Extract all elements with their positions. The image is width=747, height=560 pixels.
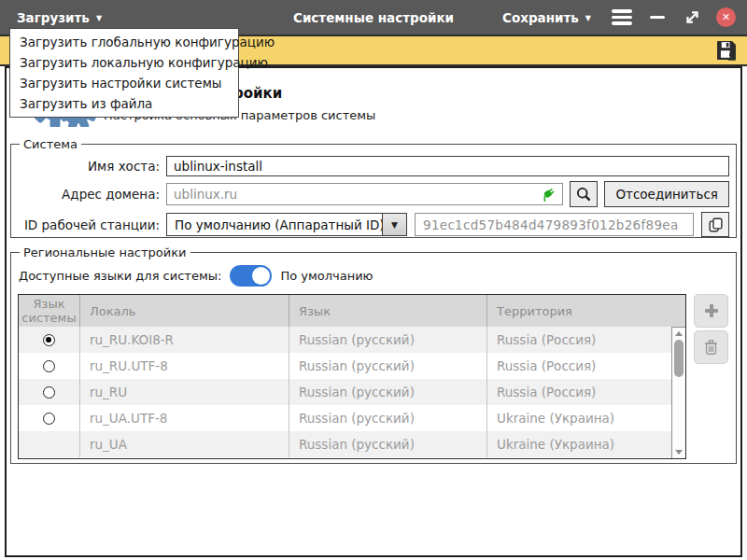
load-menu-button[interactable]: Загрузить ▼: [17, 10, 102, 25]
scroll-thumb[interactable]: [674, 340, 684, 377]
system-language-cell: [19, 327, 80, 353]
save-menu-label: Сохранить: [502, 10, 579, 25]
station-id-select[interactable]: По умолчанию (Аппаратный ID) ▼: [166, 213, 407, 236]
language-cell: Russian (русский): [289, 431, 487, 457]
system-legend: Система: [20, 137, 81, 151]
system-language-cell: [19, 431, 80, 457]
regional-fieldset: Региональные настройки Доступные языки д…: [10, 245, 737, 464]
expand-icon: [684, 8, 701, 26]
chevron-down-icon: ▼: [96, 13, 102, 22]
locale-cell: ru_RU.KOI8-R: [80, 327, 289, 353]
locale-cell: ru_UA: [80, 431, 289, 457]
station-id-input[interactable]: [415, 213, 694, 236]
maximize-button[interactable]: [682, 7, 702, 28]
column-header-territory: Территория: [487, 295, 685, 327]
menu-item[interactable]: Загрузить глобальную конфигурацию: [10, 32, 238, 52]
hostname-label: Имя хоста:: [18, 159, 160, 174]
language-cell: Russian (русский): [289, 405, 487, 431]
minimize-button[interactable]: [647, 7, 668, 28]
language-cell: Russian (русский): [289, 353, 487, 379]
close-icon: ✕: [722, 12, 730, 22]
trash-icon: [703, 339, 719, 356]
scroll-up-icon[interactable]: [675, 331, 683, 336]
locales-table: Язык системы Локаль Язык Территория ru_R…: [18, 294, 686, 459]
locales-table-body: ru_RU.KOI8-RRussian (русский)Russia (Рос…: [19, 327, 685, 457]
territory-cell: Russia (Россия): [487, 379, 685, 405]
domain-input[interactable]: [166, 183, 563, 205]
toggle-state-label: По умолчанию: [280, 269, 373, 283]
station-id-selected-option: По умолчанию (Аппаратный ID): [167, 217, 392, 232]
locales-table-header: Язык системы Локаль Язык Территория: [19, 295, 685, 327]
menu-item[interactable]: Загрузить локальную конфигурацию: [10, 52, 238, 73]
table-row[interactable]: ru_RU.UTF-8Russian (русский)Russia (Росс…: [19, 353, 685, 379]
language-cell: Russian (русский): [289, 379, 487, 405]
column-header-locale: Локаль: [80, 295, 289, 327]
domain-search-button[interactable]: [570, 181, 598, 207]
main-content: Системные настройки Настройка основных п…: [5, 66, 742, 557]
language-cell: Russian (русский): [289, 327, 487, 353]
territory-cell: Ukraine (Украина): [487, 431, 685, 457]
locale-cell: ru_RU.UTF-8: [80, 353, 289, 379]
copy-button[interactable]: [701, 212, 729, 237]
add-locale-button[interactable]: [694, 294, 728, 328]
delete-locale-button[interactable]: [694, 330, 728, 364]
table-row[interactable]: ru_RURussian (русский)Russia (Россия): [19, 379, 685, 405]
locale-cell: ru_UA.UTF-8: [80, 405, 289, 431]
menu-icon[interactable]: [611, 9, 633, 25]
table-row[interactable]: ru_UARussian (русский)Ukraine (Украина): [19, 431, 685, 457]
chevron-down-icon: ▼: [382, 214, 406, 235]
menu-item[interactable]: Загрузить из файла: [10, 93, 238, 114]
territory-cell: Ukraine (Украина): [487, 405, 685, 431]
locale-radio[interactable]: [43, 334, 55, 346]
disconnect-button[interactable]: Отсоединиться: [604, 181, 729, 207]
domain-label: Адрес домена:: [18, 187, 160, 202]
column-header-system-language: Язык системы: [19, 295, 80, 327]
languages-toggle[interactable]: [230, 265, 272, 287]
system-language-cell: [19, 405, 80, 431]
plus-icon: [703, 302, 720, 319]
save-to-file-button[interactable]: [713, 38, 740, 63]
menu-item[interactable]: Загрузить настройки системы: [10, 73, 238, 93]
floppy-save-icon: [714, 38, 739, 63]
locale-radio[interactable]: [43, 360, 55, 372]
table-row[interactable]: ru_RU.KOI8-RRussian (русский)Russia (Рос…: [19, 327, 685, 353]
scroll-down-icon[interactable]: [675, 450, 683, 455]
copy-icon: [708, 217, 724, 233]
hostname-input[interactable]: [166, 156, 729, 176]
save-menu-button[interactable]: Сохранить ▼: [497, 10, 597, 25]
languages-label: Доступные языки для системы:: [19, 269, 221, 283]
system-language-cell: [19, 379, 80, 405]
column-header-language: Язык: [289, 295, 487, 327]
table-row[interactable]: ru_UA.UTF-8Russian (русский)Ukraine (Укр…: [19, 405, 685, 431]
locale-cell: ru_RU: [80, 379, 289, 405]
locale-radio[interactable]: [43, 413, 55, 425]
chevron-down-icon: ▼: [585, 13, 591, 22]
territory-cell: Russia (Россия): [487, 353, 685, 379]
station-id-label: ID рабочей станции:: [18, 217, 160, 232]
close-button[interactable]: ✕: [716, 7, 736, 27]
locale-radio[interactable]: [43, 386, 55, 399]
load-menu-label: Загрузить: [17, 10, 90, 25]
load-dropdown-menu: Загрузить глобальную конфигурациюЗагрузи…: [9, 28, 239, 118]
plug-connected-icon: [539, 187, 557, 202]
regional-legend: Региональные настройки: [20, 245, 190, 259]
system-language-cell: [19, 353, 80, 379]
table-scrollbar[interactable]: [671, 327, 685, 458]
search-icon: [575, 186, 592, 203]
territory-cell: Russia (Россия): [487, 327, 685, 353]
system-fieldset: Система Имя хоста: Адрес домена:: [10, 137, 737, 238]
toggle-knob: [252, 267, 270, 285]
